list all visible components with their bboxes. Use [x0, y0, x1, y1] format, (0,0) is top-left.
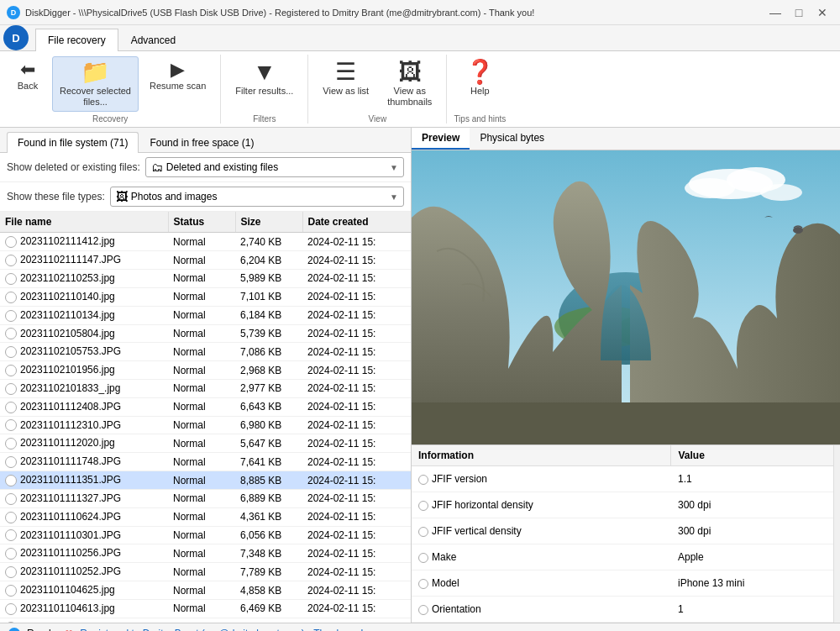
cell-size: 6,184 KB: [235, 306, 302, 324]
cell-status: Normal: [168, 453, 235, 471]
table-row[interactable]: 20231102101956.jpg Normal 2,968 KB 2024-…: [0, 361, 411, 380]
table-row[interactable]: 20231101110301.JPG Normal 6,056 KB 2024-…: [0, 526, 411, 544]
cell-filename: 20231102105804.jpg: [0, 324, 168, 343]
tab-free-space[interactable]: Found in free space (1): [139, 132, 265, 153]
table-row[interactable]: 20231101104444.JPG Normal 6,025 KB 2024-…: [0, 618, 411, 623]
cell-status: Normal: [168, 581, 235, 600]
table-row[interactable]: 20231102105804.jpg Normal 5,739 KB 2024-…: [0, 324, 411, 343]
cell-date: 2024-02-11 15:: [302, 416, 411, 434]
cell-status: Normal: [168, 287, 235, 306]
view-thumbnails-button[interactable]: 🖼 View as thumbnails: [380, 56, 439, 112]
preview-image-svg: [412, 150, 840, 444]
cell-status: Normal: [168, 544, 235, 563]
ribbon-tabs: D File recovery Advanced: [0, 25, 840, 51]
cell-status: Normal: [168, 270, 235, 288]
table-row[interactable]: 20231101111748.JPG Normal 7,641 KB 2024-…: [0, 453, 411, 471]
cell-filename: 20231102110253.jpg: [0, 270, 168, 288]
cell-filename: 20231101104613.jpg: [0, 599, 168, 618]
cell-filename: 20231102111147.JPG: [0, 251, 168, 270]
cell-status: Normal: [168, 306, 235, 324]
help-button[interactable]: ❓ Help: [458, 56, 502, 100]
table-row[interactable]: 20231102111412.jpg Normal 2,740 KB 2024-…: [0, 233, 411, 251]
table-row[interactable]: 20231102110140.jpg Normal 7,101 KB 2024-…: [0, 287, 411, 306]
preview-image-canvas: [412, 150, 840, 444]
registered-link[interactable]: Registered to Dmitry Brant (me@dmitrybra…: [80, 628, 363, 631]
tab-physical-bytes[interactable]: Physical bytes: [470, 128, 554, 150]
resume-button[interactable]: ▶ Resume scan: [142, 56, 213, 95]
filter-types-select[interactable]: 🖼 Photos and images ▼: [110, 187, 404, 207]
cell-filename: 20231101110252.JPG: [0, 563, 168, 581]
col-date[interactable]: Date created: [302, 212, 411, 233]
table-row[interactable]: 20231101112020.jpg Normal 5,647 KB 2024-…: [0, 434, 411, 453]
file-table: File name Status Size Date created 20231…: [0, 212, 411, 623]
cell-size: 7,086 KB: [235, 343, 302, 361]
recover-button[interactable]: 📁 Recover selected files...: [52, 56, 139, 112]
cell-size: 6,889 KB: [235, 489, 302, 507]
close-button[interactable]: ✕: [811, 2, 833, 24]
cell-filename: 20231101112020.jpg: [0, 434, 168, 453]
minimize-button[interactable]: —: [764, 2, 786, 24]
view-list-button[interactable]: ☰ View as list: [315, 56, 376, 100]
filter-button[interactable]: ▼ Filter results...: [228, 56, 301, 100]
cell-size: 6,056 KB: [235, 526, 302, 544]
filter-icon: ▼: [253, 60, 276, 84]
table-row[interactable]: 20231102110253.jpg Normal 5,989 KB 2024-…: [0, 270, 411, 288]
table-row[interactable]: 20231102110134.jpg Normal 6,184 KB 2024-…: [0, 306, 411, 324]
info-scrollbar[interactable]: [833, 445, 840, 623]
filters-group-label: Filters: [253, 112, 276, 124]
table-row[interactable]: 20231101110256.JPG Normal 7,348 KB 2024-…: [0, 544, 411, 563]
tab-preview[interactable]: Preview: [412, 128, 470, 150]
cell-status: Normal: [168, 434, 235, 453]
table-row[interactable]: 20231102105753.JPG Normal 7,086 KB 2024-…: [0, 343, 411, 361]
tab-file-recovery[interactable]: File recovery: [35, 29, 118, 51]
table-row[interactable]: 20231101110624.JPG Normal 4,361 KB 2024-…: [0, 507, 411, 526]
table-row[interactable]: 20231101104613.jpg Normal 6,469 KB 2024-…: [0, 599, 411, 618]
info-cell-value: Apple: [671, 544, 833, 571]
cell-size: 6,980 KB: [235, 416, 302, 434]
cell-size: 2,977 KB: [235, 380, 302, 398]
cell-status: Normal: [168, 233, 235, 251]
svg-rect-8: [412, 402, 840, 444]
thumbnails-icon: 🖼: [398, 60, 422, 84]
col-status[interactable]: Status: [168, 212, 235, 233]
status-icon: i: [8, 628, 20, 631]
cell-size: 6,469 KB: [235, 599, 302, 618]
help-label: Help: [470, 86, 490, 96]
view-thumbnails-label: View as thumbnails: [387, 86, 432, 108]
resume-label: Resume scan: [150, 81, 206, 91]
recover-label: Recover selected files...: [60, 86, 131, 108]
resume-icon: ▶: [171, 60, 185, 79]
cell-size: 4,858 KB: [235, 581, 302, 600]
recovery-group-label: Recovery: [92, 112, 128, 124]
table-row[interactable]: 20231101112310.JPG Normal 6,980 KB 2024-…: [0, 416, 411, 434]
cell-date: 2024-02-11 15:: [302, 434, 411, 453]
svg-point-3: [685, 178, 735, 198]
info-table: Information Value JFIF version 1.1 JFIF …: [412, 445, 833, 623]
tab-advanced[interactable]: Advanced: [118, 29, 188, 51]
info-table-container[interactable]: Information Value JFIF version 1.1 JFIF …: [412, 444, 840, 623]
file-table-container[interactable]: File name Status Size Date created 20231…: [0, 212, 411, 623]
filter-types-row: Show these file types: 🖼 Photos and imag…: [0, 182, 411, 212]
cell-filename: 20231101111351.JPG: [0, 471, 168, 490]
filter-deleted-select[interactable]: 🗂 Deleted and existing files ▼: [145, 157, 404, 177]
title-bar-text: DiskDigger - \\\PhysicalDrive5 (USB Flas…: [25, 8, 534, 18]
col-filename[interactable]: File name: [0, 212, 168, 233]
table-row[interactable]: 20231102101833_.jpg Normal 2,977 KB 2024…: [0, 380, 411, 398]
cell-date: 2024-02-11 15:: [302, 343, 411, 361]
table-row[interactable]: 20231102111147.JPG Normal 6,204 KB 2024-…: [0, 251, 411, 270]
table-row[interactable]: 20231101111327.JPG Normal 6,889 KB 2024-…: [0, 489, 411, 507]
cell-size: 4,361 KB: [235, 507, 302, 526]
table-row[interactable]: 20231101111351.JPG Normal 8,885 KB 2024-…: [0, 471, 411, 490]
cell-size: 7,789 KB: [235, 563, 302, 581]
back-button[interactable]: ⬅ Back: [7, 56, 49, 95]
table-row[interactable]: 20231101112408.JPG Normal 6,643 KB 2024-…: [0, 397, 411, 416]
col-size[interactable]: Size: [235, 212, 302, 233]
cell-date: 2024-02-11 15:: [302, 563, 411, 581]
cell-size: 7,348 KB: [235, 544, 302, 563]
cell-size: 2,740 KB: [235, 233, 302, 251]
table-row[interactable]: 20231101104625.jpg Normal 4,858 KB 2024-…: [0, 581, 411, 600]
maximize-button[interactable]: □: [788, 2, 810, 24]
file-tabs: Found in file system (71) Found in free …: [0, 128, 411, 153]
table-row[interactable]: 20231101110252.JPG Normal 7,789 KB 2024-…: [0, 563, 411, 581]
tab-file-system[interactable]: Found in file system (71): [7, 132, 139, 153]
